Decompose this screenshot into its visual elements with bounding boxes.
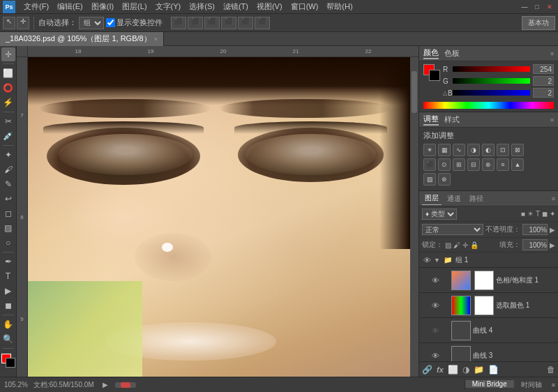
play-btn[interactable]: ▶	[103, 381, 108, 389]
curves4-eye[interactable]: 👁	[430, 326, 440, 336]
dodge-tool[interactable]: ○	[1, 236, 15, 250]
scrubber[interactable]	[115, 382, 136, 388]
fill-input[interactable]	[522, 239, 548, 250]
maximize-button[interactable]: □	[531, 1, 543, 13]
curves3-eye[interactable]: 👁	[430, 351, 440, 361]
channels-tab[interactable]: 通道	[444, 193, 464, 205]
align-right-btn[interactable]: ⬛	[204, 17, 220, 29]
menu-layer[interactable]: 图层(L)	[118, 1, 151, 12]
blend-mode-select[interactable]: 正常	[422, 224, 483, 235]
align-left-btn[interactable]: ⬛	[171, 17, 186, 29]
threshold-btn[interactable]: ▲	[511, 158, 524, 171]
new-group-btn[interactable]: 📁	[474, 365, 484, 375]
curves4-layer[interactable]: 👁 曲线 4	[419, 318, 558, 343]
hue-sat-eye[interactable]: 👁	[430, 276, 440, 285]
adj-panel-menu[interactable]: ≡	[550, 116, 554, 123]
foreground-background-colors[interactable]	[1, 354, 15, 368]
colorbal-adj-btn[interactable]: ⊠	[511, 144, 524, 156]
pen-tool[interactable]: ✒	[1, 255, 15, 269]
link-layers-btn[interactable]: 🔗	[422, 365, 432, 375]
g-value-input[interactable]: 2	[533, 76, 554, 86]
menu-filter[interactable]: 滤镜(T)	[219, 1, 252, 12]
hand-tool[interactable]: ✋	[1, 317, 15, 331]
paths-tab[interactable]: 路径	[467, 193, 486, 205]
canvas-image[interactable]	[28, 57, 410, 377]
align-top-btn[interactable]: ⬛	[221, 17, 236, 29]
close-button[interactable]: ✕	[544, 1, 555, 13]
lasso-tool[interactable]: ⭕	[1, 81, 15, 95]
vertical-scrollbar[interactable]	[410, 57, 418, 377]
adj-tab[interactable]: 调整	[423, 114, 439, 126]
photo-filter-btn[interactable]: ⊙	[438, 158, 451, 171]
move-tool-cross[interactable]: ✛	[17, 17, 29, 29]
filter-text-btn[interactable]: T	[536, 210, 540, 218]
text-tool[interactable]: T	[1, 269, 15, 283]
clone-stamp-tool[interactable]: ✎	[1, 177, 15, 191]
hsl-adj-btn[interactable]: ⊡	[497, 144, 509, 156]
r-value-input[interactable]: 254	[533, 64, 554, 74]
exposure-adj-btn[interactable]: ◑	[467, 144, 480, 156]
history-brush-tool[interactable]: ↩	[1, 192, 15, 206]
filter-shape-btn[interactable]: ◼	[542, 210, 548, 218]
lock-transparent-btn[interactable]: ▨	[445, 241, 451, 249]
posterize-btn[interactable]: ≡	[497, 158, 509, 171]
selective-eye[interactable]: 👁	[430, 301, 440, 310]
magic-wand-tool[interactable]: ⚡	[1, 96, 15, 110]
align-center-btn[interactable]: ⬛	[188, 17, 203, 29]
menu-file[interactable]: 文件(F)	[20, 1, 53, 12]
brush-tool[interactable]: 🖌	[1, 163, 15, 176]
layers-panel-menu[interactable]: ≡	[552, 195, 555, 202]
status-panel-options[interactable]: ≡	[549, 380, 558, 390]
fill-options[interactable]: ▶	[550, 241, 555, 249]
group-1-arrow[interactable]: ▼	[434, 257, 440, 264]
bw-adj-btn[interactable]: ⬛	[423, 158, 436, 171]
hue-sat-layer[interactable]: 👁 色相/饱和度 1	[419, 268, 558, 293]
menu-view[interactable]: 视图(V)	[252, 1, 287, 12]
scrollbar-thumb-v[interactable]	[412, 71, 417, 113]
channel-mixer-btn[interactable]: ⊞	[453, 158, 465, 171]
selective-color-layer[interactable]: 👁 选取颜色 1	[419, 293, 558, 318]
r-slider[interactable]	[453, 66, 530, 72]
menu-help[interactable]: 帮助(H)	[322, 1, 356, 12]
color-spectrum[interactable]	[423, 102, 554, 109]
align-bottom-btn[interactable]: ⬛	[255, 17, 270, 29]
opacity-input[interactable]	[522, 224, 548, 235]
b-value-input[interactable]: 2	[533, 88, 554, 98]
menu-image[interactable]: 图像(I)	[87, 1, 118, 12]
brightness-adj-btn[interactable]: ☀	[423, 144, 436, 156]
curves3-layer[interactable]: 👁 曲线 3	[419, 343, 558, 361]
move-tool-arrow[interactable]: ↖	[3, 17, 15, 29]
gradient-tool[interactable]: ▨	[1, 221, 15, 235]
menu-text[interactable]: 文字(Y)	[151, 1, 186, 12]
document-tab[interactable]: _18A0326.psd @ 105%（图层 1, RGB/8） ×	[0, 32, 164, 46]
basic-button[interactable]: 基本功	[522, 16, 555, 30]
shape-tool[interactable]: ◼	[1, 299, 15, 312]
color-tab[interactable]: 颜色	[423, 47, 439, 59]
marquee-tool[interactable]: ⬜	[1, 66, 15, 80]
g-slider[interactable]	[453, 78, 530, 84]
crop-tool[interactable]: ✂	[1, 114, 15, 128]
delete-layer-btn[interactable]: 🗑	[547, 365, 555, 375]
filter-smart-btn[interactable]: ✦	[550, 210, 555, 218]
minimize-button[interactable]: —	[519, 1, 530, 13]
healing-tool[interactable]: ✦	[1, 148, 15, 162]
vibrance-adj-btn[interactable]: ◐	[482, 144, 495, 156]
levels-adj-btn[interactable]: ▦	[438, 144, 451, 156]
color-panel-menu[interactable]: ≡	[550, 50, 554, 57]
path-select-tool[interactable]: ▶	[1, 284, 15, 298]
timeline-tab[interactable]: 时间轴	[514, 380, 549, 390]
align-mid-btn[interactable]: ⬛	[238, 17, 253, 29]
group-1-eye[interactable]: 👁	[422, 255, 432, 265]
b-slider[interactable]	[453, 90, 530, 96]
move-tool[interactable]: ✛	[1, 47, 15, 61]
auto-select-dropdown[interactable]: 组	[79, 17, 104, 29]
filter-adj-btn[interactable]: ☀	[527, 210, 534, 218]
styles-tab[interactable]: 样式	[444, 114, 460, 125]
invert-btn[interactable]: ⊕	[482, 158, 495, 171]
gradient-map-btn[interactable]: ▨	[423, 173, 436, 186]
new-adj-layer-btn[interactable]: ◑	[462, 365, 469, 375]
background-swatch[interactable]	[429, 70, 440, 81]
group-1-header[interactable]: 👁 ▼ 📁 组 1	[419, 252, 558, 268]
layer-type-filter[interactable]: ♦ 类型	[422, 209, 457, 220]
eraser-tool[interactable]: ◻	[1, 206, 15, 220]
